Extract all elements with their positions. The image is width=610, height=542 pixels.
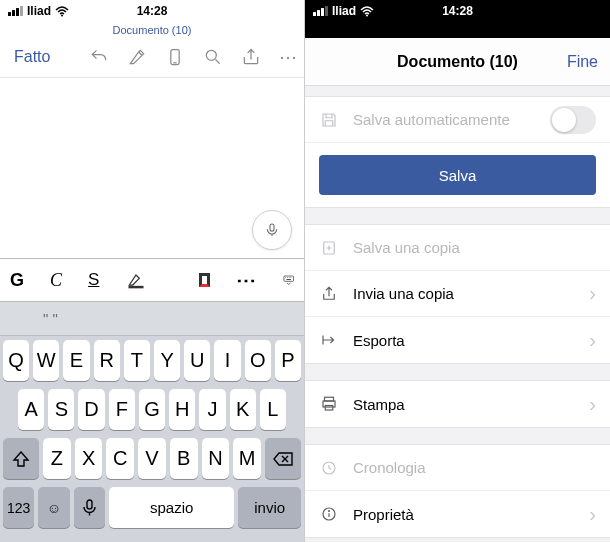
return-key[interactable]: invio bbox=[238, 487, 301, 528]
signal-icon bbox=[313, 6, 328, 16]
svg-rect-12 bbox=[286, 279, 290, 280]
undo-icon[interactable] bbox=[89, 47, 109, 67]
key-a[interactable]: A bbox=[18, 389, 44, 430]
key-f[interactable]: F bbox=[109, 389, 135, 430]
space-key[interactable]: spazio bbox=[109, 487, 234, 528]
shift-key[interactable] bbox=[3, 438, 39, 479]
key-t[interactable]: T bbox=[124, 340, 150, 381]
svg-point-8 bbox=[285, 277, 286, 278]
sheet-title: Documento (10) bbox=[397, 53, 518, 71]
save-button[interactable]: Salva bbox=[319, 155, 596, 195]
autosave-label: Salva automaticamente bbox=[353, 111, 536, 128]
mobile-view-icon[interactable] bbox=[165, 47, 185, 67]
svg-rect-13 bbox=[87, 500, 92, 509]
autosave-row: Salva automaticamente bbox=[305, 97, 610, 143]
signal-icon bbox=[8, 6, 23, 16]
chevron-right-icon: › bbox=[589, 503, 596, 526]
key-v[interactable]: V bbox=[138, 438, 166, 479]
dictation-fab[interactable] bbox=[252, 210, 292, 250]
svg-rect-18 bbox=[325, 406, 333, 411]
key-r[interactable]: R bbox=[94, 340, 120, 381]
chevron-right-icon: › bbox=[589, 393, 596, 416]
svg-point-11 bbox=[290, 277, 291, 278]
key-p[interactable]: P bbox=[275, 340, 301, 381]
draw-icon[interactable] bbox=[127, 47, 147, 67]
export-row[interactable]: Esporta › bbox=[305, 317, 610, 363]
backspace-key[interactable] bbox=[265, 438, 301, 479]
key-o[interactable]: O bbox=[245, 340, 271, 381]
key-q[interactable]: Q bbox=[3, 340, 29, 381]
status-bar: Iliad 14:28 bbox=[0, 0, 304, 22]
status-time: 14:28 bbox=[442, 4, 473, 18]
editor-toolbar: Fatto ⋯ bbox=[0, 36, 304, 78]
symbols-key[interactable]: 123 bbox=[3, 487, 34, 528]
key-w[interactable]: W bbox=[33, 340, 59, 381]
underline-button[interactable]: S bbox=[88, 270, 99, 290]
properties-label: Proprietà bbox=[353, 506, 575, 523]
key-d[interactable]: D bbox=[78, 389, 104, 430]
done-button[interactable]: Fatto bbox=[6, 42, 58, 72]
highlight-button[interactable] bbox=[125, 270, 147, 290]
carrier-label: Iliad bbox=[27, 4, 51, 18]
svg-point-0 bbox=[61, 14, 63, 16]
svg-line-4 bbox=[216, 59, 220, 63]
send-copy-label: Invia una copia bbox=[353, 285, 575, 302]
wifi-icon bbox=[55, 6, 69, 17]
autosave-icon bbox=[319, 110, 339, 130]
key-x[interactable]: X bbox=[75, 438, 103, 479]
history-row: Cronologia bbox=[305, 445, 610, 491]
export-label: Esporta bbox=[353, 332, 575, 349]
key-i[interactable]: I bbox=[214, 340, 240, 381]
key-z[interactable]: Z bbox=[43, 438, 71, 479]
svg-rect-5 bbox=[270, 224, 274, 231]
key-l[interactable]: L bbox=[260, 389, 286, 430]
key-h[interactable]: H bbox=[169, 389, 195, 430]
key-j[interactable]: J bbox=[199, 389, 225, 430]
more-icon[interactable]: ⋯ bbox=[279, 46, 298, 68]
key-y[interactable]: Y bbox=[154, 340, 180, 381]
history-icon bbox=[319, 458, 339, 478]
send-copy-row[interactable]: Invia una copia › bbox=[305, 271, 610, 317]
svg-rect-6 bbox=[129, 286, 144, 289]
save-copy-label: Salva una copia bbox=[353, 239, 596, 256]
carrier-label: Iliad bbox=[332, 4, 356, 18]
key-n[interactable]: N bbox=[202, 438, 230, 479]
key-s[interactable]: S bbox=[48, 389, 74, 430]
svg-point-22 bbox=[329, 511, 330, 512]
mic-key[interactable] bbox=[74, 487, 105, 528]
wifi-icon bbox=[360, 6, 374, 17]
svg-point-9 bbox=[287, 277, 288, 278]
suggestion-bar: " " bbox=[0, 302, 304, 336]
sheet-header: Documento (10) Fine bbox=[305, 38, 610, 86]
status-bar: Iliad 14:28 bbox=[305, 0, 610, 22]
format-bar: G C S ⋯ bbox=[0, 258, 304, 302]
italic-button[interactable]: C bbox=[50, 270, 62, 291]
emoji-key[interactable]: ☺ bbox=[38, 487, 69, 528]
key-e[interactable]: E bbox=[63, 340, 89, 381]
properties-row[interactable]: Proprietà › bbox=[305, 491, 610, 537]
chevron-right-icon: › bbox=[589, 282, 596, 305]
autosave-switch[interactable] bbox=[550, 106, 596, 134]
key-m[interactable]: M bbox=[233, 438, 261, 479]
key-b[interactable]: B bbox=[170, 438, 198, 479]
print-row[interactable]: Stampa › bbox=[305, 381, 610, 427]
search-icon[interactable] bbox=[203, 47, 223, 67]
color-button[interactable] bbox=[199, 273, 209, 287]
key-g[interactable]: G bbox=[139, 389, 165, 430]
keyboard-toggle-icon[interactable] bbox=[283, 270, 294, 290]
share-icon[interactable] bbox=[241, 47, 261, 67]
suggestion[interactable]: " " bbox=[0, 310, 101, 327]
more-format-icon[interactable]: ⋯ bbox=[236, 268, 257, 292]
key-u[interactable]: U bbox=[184, 340, 210, 381]
svg-point-3 bbox=[206, 50, 216, 60]
export-icon bbox=[319, 330, 339, 350]
info-icon bbox=[319, 504, 339, 524]
key-c[interactable]: C bbox=[106, 438, 134, 479]
document-canvas[interactable] bbox=[0, 78, 304, 258]
bold-button[interactable]: G bbox=[10, 270, 24, 291]
close-button[interactable]: Fine bbox=[567, 53, 598, 71]
status-time: 14:28 bbox=[137, 4, 168, 18]
doc-title: Documento (10) bbox=[0, 22, 304, 36]
key-k[interactable]: K bbox=[230, 389, 256, 430]
save-copy-icon bbox=[319, 238, 339, 258]
